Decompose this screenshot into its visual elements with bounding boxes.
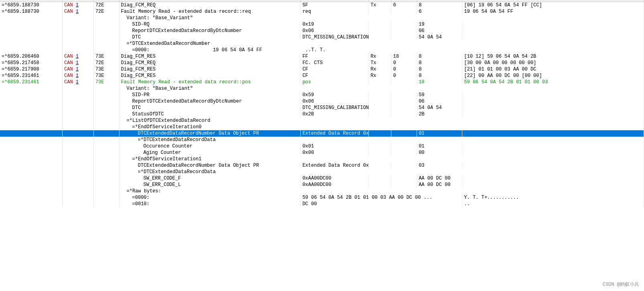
cell-empty — [0, 98, 63, 105]
cell-empty — [93, 156, 119, 162]
cell-datalen: 8 — [417, 60, 462, 66]
table-row[interactable]: SID-RQ 0x19 19 — [0, 21, 644, 28]
cell-field-val2: 03 — [417, 162, 462, 169]
table-row[interactable]: =*6859.206460 CAN 1 73E Diag_FCM_RES FF … — [0, 53, 644, 60]
table-row[interactable]: Variant: "Base_Variant" — [0, 85, 644, 92]
cell-field-val1: 0xAA00DC00 — [301, 182, 369, 188]
can-label: CAN — [64, 73, 73, 79]
cell-expand-label[interactable]: =*Raw bytes: — [119, 188, 644, 194]
cell-empty — [462, 150, 644, 156]
cell-empty — [0, 105, 63, 111]
cell-empty — [391, 150, 417, 156]
table-row[interactable]: =*6859.217458 CAN 1 72E Diag_FCM_REQ FC.… — [0, 60, 644, 66]
cell-empty — [0, 150, 63, 156]
cell-sub-label: Variant: "Base_Variant" — [119, 15, 644, 21]
cell-field-label: SW_ERR_CODE_L — [119, 182, 301, 188]
can-label: CAN — [64, 60, 73, 66]
table-row[interactable]: =*6859.231461 CAN 1 73E Fault Memory Rea… — [0, 79, 644, 85]
cell-field-label: SID-RQ — [119, 21, 301, 28]
cell-empty — [93, 92, 119, 98]
cell-data: 19 06 54 0A 54 FF — [462, 8, 644, 15]
table-row[interactable]: Variant: "Base_Variant" — [0, 15, 644, 21]
table-row[interactable]: DTCExtendedDataRecordNumber Data Object … — [0, 130, 644, 137]
table-row[interactable]: SW_ERR_CODE_L 0xAA00DC00 AA 00 DC 00 — [0, 182, 644, 188]
cell-empty — [93, 105, 119, 111]
table-row[interactable]: =*DTCExtendedDataRecordData — [0, 169, 644, 175]
table-row[interactable]: =*6859.217908 CAN 1 73E Diag_FCM_RES CF … — [0, 66, 644, 73]
table-row[interactable]: ReportDTCExtendedDataRecordByDtcNumber 0… — [0, 98, 644, 105]
cell-empty — [369, 21, 391, 28]
cell-field-val1: 0x06 — [301, 28, 369, 34]
cell-empty — [93, 150, 119, 156]
cell-empty — [391, 34, 417, 40]
table-row[interactable]: DTC DTC_MISSING_CALIBRATION... 54 0A 54 — [0, 34, 644, 40]
cell-field-val2: 59 — [417, 92, 462, 98]
cell-expand-label[interactable]: =*DTCExtendedDataRecordData — [119, 169, 644, 175]
cell-field-val1: 0x59 — [301, 92, 369, 98]
cell-field-val1: 0xAA00DC00 — [301, 175, 369, 182]
cell-empty — [462, 98, 644, 105]
cell-empty — [369, 130, 391, 137]
table-row[interactable]: =0000: 19 06 54 0A 54 FF ..T. T. — [0, 47, 644, 53]
cell-empty — [63, 150, 94, 156]
table-row[interactable]: Aging Counter 0x00 00 — [0, 150, 644, 156]
cell-event: pos — [301, 79, 369, 85]
cell-field-label: ReportDTCExtendedDataRecordByDtcNumber — [119, 98, 301, 105]
cell-expand-label[interactable]: =*EndOfServiceIteration0 — [119, 124, 644, 130]
table-row[interactable]: =*EndOfServiceIteration0 — [0, 124, 644, 130]
cell-empty — [0, 143, 63, 150]
cell-empty — [462, 143, 644, 150]
cell-event: FC. CTS — [301, 60, 369, 66]
cell-empty — [93, 162, 119, 169]
cell-empty — [63, 182, 94, 188]
cell-datalen: 8 — [417, 53, 462, 60]
table-row[interactable]: DTCExtendedDataRecordNumber Data Object … — [0, 162, 644, 169]
table-row[interactable]: =*DTCExtendedDataRecordNumber — [0, 40, 644, 47]
cell-field-val1: 0x06 — [301, 98, 369, 105]
table-row[interactable]: SW_ERR_CODE_F 0xAA00DC00 AA 00 DC 00 — [0, 175, 644, 182]
table-row[interactable]: DTC DTC_MISSING_CALIBRATION... 54 0A 54 — [0, 105, 644, 111]
cell-raw-ascii: Y. T. T+........... — [462, 194, 644, 201]
cell-ch: CAN 1 — [63, 79, 94, 85]
cell-empty — [0, 85, 63, 92]
cell-empty — [63, 15, 94, 21]
cell-empty — [462, 175, 644, 182]
cell-time: =*6859.231461 — [0, 73, 63, 79]
cell-empty — [462, 111, 644, 117]
cell-dir: Rx — [369, 73, 391, 79]
cell-empty — [462, 28, 644, 34]
cell-datalen: 6 — [417, 8, 462, 15]
cell-ch: CAN 1 — [63, 60, 94, 66]
cell-name: Diag_FCM_REQ — [119, 60, 301, 66]
table-row[interactable]: ReportDTCExtendedDataRecordByDtcNumber 0… — [0, 28, 644, 34]
cell-empty — [369, 143, 391, 150]
cell-datalen: 8 — [417, 66, 462, 73]
cell-expand-label[interactable]: =*DTCExtendedDataRecordData — [119, 137, 644, 143]
cell-field-val1: DTC_MISSING_CALIBRATION... — [301, 34, 369, 40]
table-row[interactable]: =*Raw bytes: — [0, 188, 644, 194]
data-table: =*6859.188730 CAN 1 72E Diag_FCM_REQ SF … — [0, 0, 644, 207]
table-row[interactable]: =*6859.231461 CAN 1 73E Diag_FCM_RES CF … — [0, 73, 644, 79]
table-row[interactable]: SID-PR 0x59 59 — [0, 92, 644, 98]
table-row[interactable]: =*EndOfServiceIteration1 — [0, 156, 644, 162]
cell-expand-label[interactable]: =*EndOfServiceIteration1 — [119, 156, 644, 162]
table-row[interactable]: =0000: 59 06 54 0A 54 2B 01 01 00 03 AA … — [0, 194, 644, 201]
cell-empty — [93, 117, 119, 124]
table-row[interactable]: =0010: DC 00 .. — [0, 201, 644, 207]
cell-empty — [0, 111, 63, 117]
table-row[interactable]: =*ListOfDTCExtendedDataRecord — [0, 117, 644, 124]
cell-expand-label[interactable]: =*ListOfDTCExtendedDataRecord — [119, 117, 644, 124]
cell-empty — [462, 92, 644, 98]
ch-num: 1 — [76, 9, 79, 14]
table-row[interactable]: Occurence Counter 0x01 01 — [0, 143, 644, 150]
cell-empty — [63, 105, 94, 111]
cell-expand-label[interactable]: =*DTCExtendedDataRecordNumber — [119, 40, 644, 47]
table-row[interactable]: =*6859.188730 CAN 1 72E Fault Memory Rea… — [0, 8, 644, 15]
cell-empty — [391, 182, 417, 188]
table-row[interactable]: =*6859.188730 CAN 1 72E Diag_FCM_REQ SF … — [0, 2, 644, 9]
cell-event: CF — [301, 66, 369, 73]
cell-empty — [0, 34, 63, 40]
table-row[interactable]: =*DTCExtendedDataRecordData — [0, 137, 644, 143]
cell-dlc: 0 — [391, 73, 417, 79]
table-row[interactable]: StatusOfDTC 0x2B 2B — [0, 111, 644, 117]
